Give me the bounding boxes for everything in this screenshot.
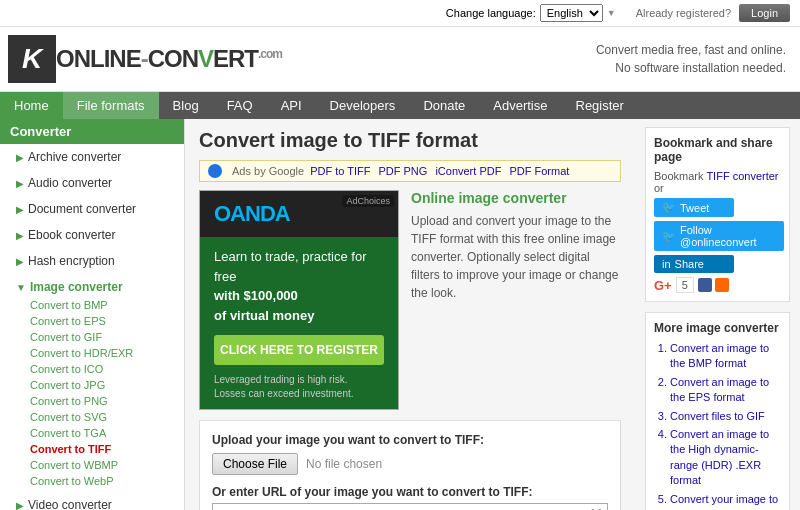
ad-banner: AdChoices OANDA Learn to trade, practice…	[199, 190, 399, 410]
right-sidebar: Bookmark and share page Bookmark TIFF co…	[635, 119, 800, 510]
sidebar-item-hash[interactable]: ▶ Hash encryption	[0, 251, 184, 271]
ad-choices-label: AdChoices	[342, 195, 394, 207]
more-converter-item-5[interactable]: Convert your image to the ICO format	[670, 492, 781, 510]
gplus-icon: G+	[654, 278, 672, 293]
ad-link-1[interactable]: PDF to TIFF	[310, 165, 370, 177]
arrow-icon: ▼	[16, 282, 26, 293]
twitter-icon: 🐦	[662, 201, 676, 214]
sidebar-item-image[interactable]: ▼ Image converter	[0, 277, 184, 297]
file-row: Choose File No file chosen	[212, 453, 608, 475]
sidebar-subitem-bmp[interactable]: Convert to BMP	[0, 297, 184, 313]
logo-area: K ONLINE-CONVERT.com	[8, 35, 282, 83]
sidebar-subitem-eps[interactable]: Convert to EPS	[0, 313, 184, 329]
sidebar-subitem-gif[interactable]: Convert to GIF	[0, 329, 184, 345]
logo-com: .com	[258, 47, 282, 61]
sidebar-group-document: ▶ Document converter	[0, 196, 184, 222]
ad-link-2[interactable]: PDF PNG	[378, 165, 427, 177]
url-label: Or enter URL of your image you want to c…	[212, 485, 608, 499]
sidebar-group-audio: ▶ Audio converter	[0, 170, 184, 196]
sidebar-item-archive[interactable]: ▶ Archive converter	[0, 147, 184, 167]
logo-ert: ERT	[213, 45, 258, 72]
logo-vert: V	[198, 45, 213, 72]
addthis-icon-1	[698, 278, 712, 292]
sidebar-subitem-ico[interactable]: Convert to ICO	[0, 361, 184, 377]
ad-link-4[interactable]: PDF Format	[509, 165, 569, 177]
sidebar: Converter ▶ Archive converter ▶ Audio co…	[0, 119, 185, 510]
sidebar-subitem-tiff[interactable]: Convert to TIFF	[0, 441, 184, 457]
more-converter-item-2[interactable]: Convert an image to the EPS format	[670, 375, 781, 406]
description-title: Online image converter	[411, 190, 621, 206]
logo-icon-box: K	[8, 35, 56, 83]
url-input-row: ⛶	[212, 503, 608, 510]
arrow-icon: ▶	[16, 152, 24, 163]
arrow-icon: ▶	[16, 256, 24, 267]
more-converter-item-3[interactable]: Convert files to GIF	[670, 409, 781, 424]
more-converters-list: Convert an image to the BMP formatConver…	[654, 341, 781, 510]
tagline-line1: Convert media free, fast and online.	[596, 41, 786, 59]
ad-link-3[interactable]: iConvert PDF	[435, 165, 501, 177]
file-name-display: No file chosen	[306, 457, 382, 471]
url-input[interactable]	[212, 503, 608, 510]
upload-label: Upload your image you want to convert to…	[212, 433, 608, 447]
logo-text: ONLINE-CONVERT.com	[56, 45, 282, 73]
more-converters-box: More image converter Convert an image to…	[645, 312, 790, 510]
upload-form: Upload your image you want to convert to…	[199, 420, 621, 510]
login-button[interactable]: Login	[739, 4, 790, 22]
nav-faq[interactable]: FAQ	[213, 92, 267, 119]
description-box: Online image converter Upload and conver…	[411, 190, 621, 410]
nav-home[interactable]: Home	[0, 92, 63, 119]
sidebar-subitem-jpg[interactable]: Convert to JPG	[0, 377, 184, 393]
sidebar-item-audio[interactable]: ▶ Audio converter	[0, 173, 184, 193]
ad-text: Learn to trade, practice for freewith $1…	[200, 237, 398, 335]
info-icon: i	[208, 164, 222, 178]
sidebar-title: Converter	[0, 119, 184, 144]
ad-register-button[interactable]: CLICK HERE TO REGISTER	[214, 335, 384, 365]
choose-file-button[interactable]: Choose File	[212, 453, 298, 475]
follow-icon: 🐦	[662, 230, 676, 243]
main-content: Convert image to TIFF format i Ads by Go…	[185, 119, 635, 510]
dropdown-icon: ▼	[607, 8, 616, 18]
sidebar-subitem-tga[interactable]: Convert to TGA	[0, 425, 184, 441]
linkedin-icon: in	[662, 258, 671, 270]
share-button[interactable]: in Share	[654, 255, 734, 273]
follow-button[interactable]: 🐦 Follow @onlineconvert	[654, 221, 784, 251]
language-select[interactable]: English	[540, 4, 603, 22]
nav-advertise[interactable]: Advertise	[479, 92, 561, 119]
main-layout: Converter ▶ Archive converter ▶ Audio co…	[0, 119, 800, 510]
page-title: Convert image to TIFF format	[199, 129, 621, 152]
nav-register[interactable]: Register	[562, 92, 638, 119]
bookmark-box: Bookmark and share page Bookmark TIFF co…	[645, 127, 790, 302]
sidebar-group-image: ▼ Image converter Convert to BMP Convert…	[0, 274, 184, 492]
logo-figure: K	[22, 43, 42, 75]
nav-donate[interactable]: Donate	[409, 92, 479, 119]
logo-dash: -	[141, 45, 148, 72]
sidebar-subitem-svg[interactable]: Convert to SVG	[0, 409, 184, 425]
main-nav: Home File formats Blog FAQ API Developer…	[0, 92, 800, 119]
language-section: Change language: English ▼	[446, 4, 616, 22]
upload-section: Upload your image you want to convert to…	[212, 433, 608, 475]
sidebar-group-video: ▶ Video converter	[0, 492, 184, 510]
more-converter-item-4[interactable]: Convert an image to the High dynamic-ran…	[670, 427, 781, 489]
addthis-icon-2	[715, 278, 729, 292]
sidebar-group-archive: ▶ Archive converter	[0, 144, 184, 170]
bookmark-title: Bookmark and share page	[654, 136, 781, 164]
sidebar-subitem-png[interactable]: Convert to PNG	[0, 393, 184, 409]
sidebar-subitem-hdr[interactable]: Convert to HDR/EXR	[0, 345, 184, 361]
nav-developers[interactable]: Developers	[316, 92, 410, 119]
logo-con: CON	[148, 45, 198, 72]
ads-label: Ads by Google	[232, 165, 304, 177]
nav-blog[interactable]: Blog	[159, 92, 213, 119]
sidebar-item-ebook[interactable]: ▶ Ebook converter	[0, 225, 184, 245]
sidebar-subitem-wbmp[interactable]: Convert to WBMP	[0, 457, 184, 473]
bookmark-link[interactable]: TIFF converter	[706, 170, 778, 182]
sidebar-subitem-webp[interactable]: Convert to WebP	[0, 473, 184, 489]
tweet-button[interactable]: 🐦 Tweet	[654, 198, 734, 217]
nav-api[interactable]: API	[267, 92, 316, 119]
sidebar-item-video[interactable]: ▶ Video converter	[0, 495, 184, 510]
arrow-icon: ▶	[16, 500, 24, 511]
sidebar-item-document[interactable]: ▶ Document converter	[0, 199, 184, 219]
change-language-label: Change language:	[446, 7, 536, 19]
already-registered-label: Already registered?	[636, 7, 731, 19]
more-converter-item-1[interactable]: Convert an image to the BMP format	[670, 341, 781, 372]
nav-file-formats[interactable]: File formats	[63, 92, 159, 119]
